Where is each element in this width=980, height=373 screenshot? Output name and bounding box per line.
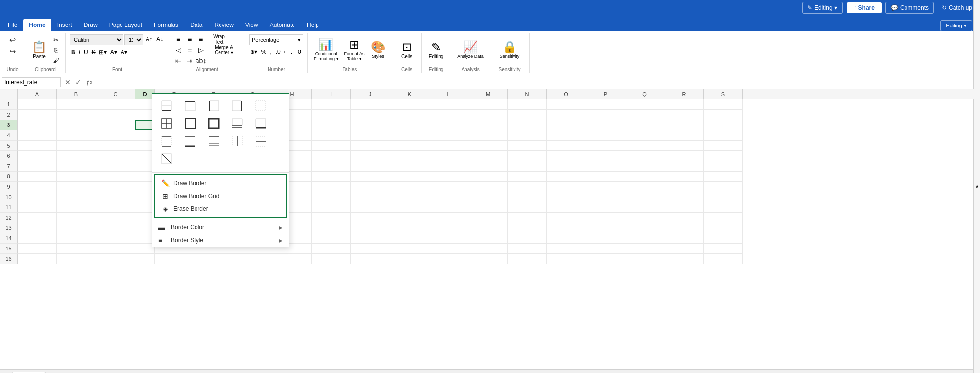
cell-H16[interactable] [272,254,312,264]
catch-up-button[interactable]: ↻ Catch up [938,2,976,13]
conditional-formatting-button[interactable]: 📊 ConditionalFormatting ▾ [312,38,341,62]
cell-J2[interactable] [351,110,390,120]
tab-file[interactable]: File [2,19,23,31]
row-number-4[interactable]: 4 [0,130,18,141]
row-number-1[interactable]: 1 [0,99,18,110]
cell-J4[interactable] [351,130,390,141]
cell-K5[interactable] [390,141,429,151]
cell-N7[interactable] [508,161,547,172]
cell-C6[interactable] [96,151,135,161]
cell-O13[interactable] [547,223,586,233]
cell-Q14[interactable] [625,233,664,244]
cell-P2[interactable] [586,110,625,120]
cell-N2[interactable] [508,110,547,120]
cells-button[interactable]: ⊡ Cells [397,40,416,60]
cell-I7[interactable] [312,161,351,172]
cell-S9[interactable] [704,182,743,192]
cell-P10[interactable] [586,192,625,202]
decimal-increase-button[interactable]: .0→ [274,47,288,57]
cell-R7[interactable] [664,161,704,172]
cell-L10[interactable] [429,192,468,202]
col-header-n[interactable]: N [508,89,547,99]
col-header-l[interactable]: L [429,89,468,99]
cell-R4[interactable] [664,130,704,141]
cell-I6[interactable] [312,151,351,161]
font-name-select[interactable]: Calibri [70,34,123,45]
cell-O10[interactable] [547,192,586,202]
cell-L5[interactable] [429,141,468,151]
font-shrink-button[interactable]: A↓ [155,34,165,44]
cell-O16[interactable] [547,254,586,264]
cell-N4[interactable] [508,130,547,141]
thick-bottom-btn[interactable] [250,115,271,132]
cell-K1[interactable] [390,99,429,110]
cell-F16[interactable] [194,254,233,264]
cell-L16[interactable] [429,254,468,264]
cell-L14[interactable] [429,233,468,244]
percent-button[interactable]: % [260,47,268,57]
cell-M4[interactable] [468,130,508,141]
cell-J1[interactable] [351,99,390,110]
row-number-3[interactable]: 3 [0,120,18,130]
tab-view[interactable]: View [240,19,264,31]
cell-L4[interactable] [429,130,468,141]
cell-P12[interactable] [586,213,625,223]
cell-P4[interactable] [586,130,625,141]
cell-J15[interactable] [351,244,390,254]
number-format-select[interactable]: Percentage ▾ [249,34,303,45]
col-header-s[interactable]: S [704,89,743,99]
cell-S4[interactable] [704,130,743,141]
cell-I4[interactable] [312,130,351,141]
editing-badge[interactable]: ✎ Editing ▾ [802,2,843,14]
cell-B7[interactable] [57,161,96,172]
cell-B3[interactable] [57,120,96,130]
top-double-bottom-btn[interactable] [203,133,224,149]
cell-I11[interactable] [312,202,351,213]
cell-J11[interactable] [351,202,390,213]
cell-O3[interactable] [547,120,586,130]
cell-C15[interactable] [96,244,135,254]
cell-K16[interactable] [390,254,429,264]
cell-C2[interactable] [96,110,135,120]
cell-R15[interactable] [664,244,704,254]
cell-P14[interactable] [586,233,625,244]
cell-L1[interactable] [429,99,468,110]
cell-I12[interactable] [312,213,351,223]
cell-M7[interactable] [468,161,508,172]
cell-N9[interactable] [508,182,547,192]
cell-K3[interactable] [390,120,429,130]
cell-O5[interactable] [547,141,586,151]
row-number-6[interactable]: 6 [0,151,18,161]
cell-O2[interactable] [547,110,586,120]
tab-draw[interactable]: Draw [78,19,103,31]
cell-O7[interactable] [547,161,586,172]
top-thick-bottom-btn[interactable] [180,133,200,149]
cell-I2[interactable] [312,110,351,120]
cell-S5[interactable] [704,141,743,151]
cell-P16[interactable] [586,254,625,264]
cell-Q7[interactable] [625,161,664,172]
bold-button[interactable]: B [70,48,77,57]
left-border-btn[interactable] [203,98,224,114]
right-border-btn[interactable] [227,98,247,114]
inner-horizontal-btn[interactable] [250,133,271,149]
cell-S13[interactable] [704,223,743,233]
cell-M8[interactable] [468,172,508,182]
cell-A11[interactable] [18,202,57,213]
cell-G16[interactable] [233,254,272,264]
cell-M2[interactable] [468,110,508,120]
font-color-button[interactable]: A▾ [119,48,129,57]
cell-R10[interactable] [664,192,704,202]
analyze-data-button[interactable]: 📈 Analyze Data [455,40,486,60]
row-number-10[interactable]: 10 [0,192,18,202]
cell-O11[interactable] [547,202,586,213]
cell-B14[interactable] [57,233,96,244]
border-color-item[interactable]: ▬ Border Color ▶ [152,221,289,234]
cell-J5[interactable] [351,141,390,151]
col-header-b[interactable]: B [57,89,96,99]
formula-confirm-button[interactable]: ✓ [74,78,83,86]
col-header-p[interactable]: P [586,89,625,99]
cell-C5[interactable] [96,141,135,151]
col-header-m[interactable]: M [468,89,508,99]
cell-K9[interactable] [390,182,429,192]
